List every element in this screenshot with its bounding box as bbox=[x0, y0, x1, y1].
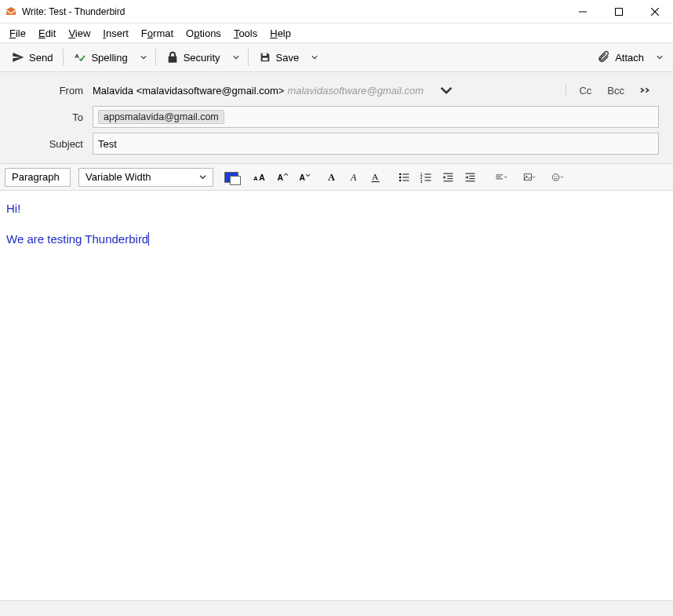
block-format-select[interactable]: Paragraph bbox=[5, 168, 71, 187]
separator bbox=[248, 49, 249, 66]
bold-button[interactable]: A bbox=[322, 167, 342, 188]
svg-text:A: A bbox=[253, 175, 258, 182]
svg-rect-2 bbox=[262, 53, 266, 56]
block-format-value: Paragraph bbox=[12, 171, 60, 183]
svg-text:A: A bbox=[328, 172, 335, 183]
toolbar: Send A Spelling Security Save Attach bbox=[0, 42, 673, 72]
from-email-faded: malavidasoftware@gmail.com bbox=[287, 85, 424, 97]
menu-format[interactable]: Format bbox=[135, 25, 180, 42]
subject-label: Subject bbox=[0, 138, 93, 150]
from-row: From Malavida <malavidasoftware@gmail.co… bbox=[0, 77, 673, 104]
spelling-dropdown[interactable] bbox=[135, 46, 152, 68]
svg-point-13 bbox=[399, 176, 402, 178]
svg-rect-3 bbox=[262, 58, 267, 60]
menu-edit[interactable]: Edit bbox=[32, 25, 62, 42]
separator bbox=[566, 84, 566, 97]
subject-value: Test bbox=[98, 138, 117, 150]
bcc-button[interactable]: Bcc bbox=[601, 83, 631, 98]
window-title: Write: Test - Thunderbird bbox=[22, 6, 125, 17]
font-size-decrease-button[interactable]: AA bbox=[249, 167, 270, 188]
from-label: From bbox=[0, 85, 93, 97]
numbered-list-button[interactable]: 123 bbox=[416, 167, 436, 188]
text-cursor bbox=[148, 232, 149, 246]
save-label: Save bbox=[276, 52, 300, 64]
cc-button[interactable]: Cc bbox=[573, 83, 598, 98]
from-dropdown[interactable] bbox=[435, 79, 458, 101]
font-value: Variable Width bbox=[85, 171, 151, 183]
menu-options[interactable]: Options bbox=[180, 25, 227, 42]
app-icon bbox=[5, 5, 17, 18]
security-dropdown[interactable] bbox=[227, 46, 245, 68]
svg-text:A: A bbox=[372, 172, 378, 181]
menubar: File Edit View Insert Format Options Too… bbox=[0, 24, 673, 42]
insert-image-button[interactable] bbox=[516, 167, 543, 188]
font-smaller-button[interactable]: A bbox=[271, 167, 292, 188]
align-button[interactable] bbox=[488, 167, 515, 188]
menu-tools[interactable]: Tools bbox=[227, 25, 264, 42]
svg-text:A: A bbox=[75, 53, 80, 60]
header-area: From Malavida <malavidasoftware@gmail.co… bbox=[0, 72, 673, 164]
compose-body[interactable]: Hi! We are testing Thunderbird bbox=[0, 191, 673, 600]
send-label: Send bbox=[29, 52, 53, 64]
text-color-button[interactable] bbox=[221, 167, 242, 188]
color-swatch-icon bbox=[224, 172, 238, 183]
indent-button[interactable] bbox=[460, 167, 480, 188]
menu-file[interactable]: File bbox=[3, 25, 32, 42]
svg-rect-0 bbox=[616, 8, 623, 15]
svg-point-14 bbox=[399, 179, 402, 181]
menu-help[interactable]: Help bbox=[264, 25, 297, 42]
save-button[interactable]: Save bbox=[252, 46, 307, 68]
maximize-button[interactable] bbox=[601, 0, 637, 24]
subject-row: Subject Test bbox=[0, 130, 673, 157]
close-button[interactable] bbox=[637, 0, 673, 24]
underline-button[interactable]: A bbox=[366, 167, 386, 188]
security-button[interactable]: Security bbox=[159, 46, 227, 68]
format-toolbar: Paragraph Variable Width AA A A A A A 12… bbox=[0, 164, 673, 191]
font-select[interactable]: Variable Width bbox=[78, 168, 213, 187]
body-line-1: Hi! bbox=[6, 202, 667, 215]
from-value: Malavida <malavidasoftware@gmail.com> bbox=[93, 85, 284, 97]
statusbar bbox=[0, 600, 673, 616]
more-recipients-button[interactable] bbox=[634, 83, 660, 98]
send-button[interactable]: Send bbox=[5, 46, 60, 68]
svg-point-37 bbox=[552, 173, 559, 180]
svg-text:A: A bbox=[350, 172, 357, 183]
save-dropdown[interactable] bbox=[306, 46, 323, 68]
svg-text:3: 3 bbox=[420, 180, 423, 184]
menu-view[interactable]: View bbox=[62, 25, 96, 42]
spelling-button[interactable]: A Spelling bbox=[67, 46, 134, 68]
to-pill[interactable]: appsmalavida@gmail.com bbox=[98, 110, 224, 124]
separator bbox=[63, 49, 64, 66]
body-line-2: We are testing Thunderbird bbox=[6, 232, 148, 246]
to-row: To appsmalavida@gmail.com bbox=[0, 104, 673, 130]
minimize-button[interactable] bbox=[565, 0, 601, 24]
titlebar: Write: Test - Thunderbird bbox=[0, 0, 673, 24]
outdent-button[interactable] bbox=[438, 167, 458, 188]
svg-point-12 bbox=[399, 173, 402, 175]
svg-point-38 bbox=[554, 176, 555, 177]
svg-text:A: A bbox=[277, 173, 283, 182]
security-label: Security bbox=[184, 52, 220, 64]
attach-label: Attach bbox=[615, 52, 644, 64]
font-larger-button[interactable]: A bbox=[293, 167, 314, 188]
spelling-label: Spelling bbox=[91, 52, 127, 64]
italic-button[interactable]: A bbox=[344, 167, 364, 188]
bullet-list-button[interactable] bbox=[394, 167, 414, 188]
svg-point-39 bbox=[556, 176, 557, 177]
separator bbox=[155, 49, 156, 66]
insert-emoji-button[interactable] bbox=[544, 167, 571, 188]
attach-button[interactable]: Attach bbox=[591, 46, 651, 68]
svg-text:A: A bbox=[299, 173, 305, 182]
attach-dropdown[interactable] bbox=[651, 46, 668, 68]
subject-input[interactable]: Test bbox=[93, 133, 659, 155]
to-input[interactable]: appsmalavida@gmail.com bbox=[93, 106, 659, 128]
to-label: To bbox=[0, 111, 93, 123]
svg-text:A: A bbox=[259, 173, 265, 182]
menu-insert[interactable]: Insert bbox=[96, 25, 135, 42]
